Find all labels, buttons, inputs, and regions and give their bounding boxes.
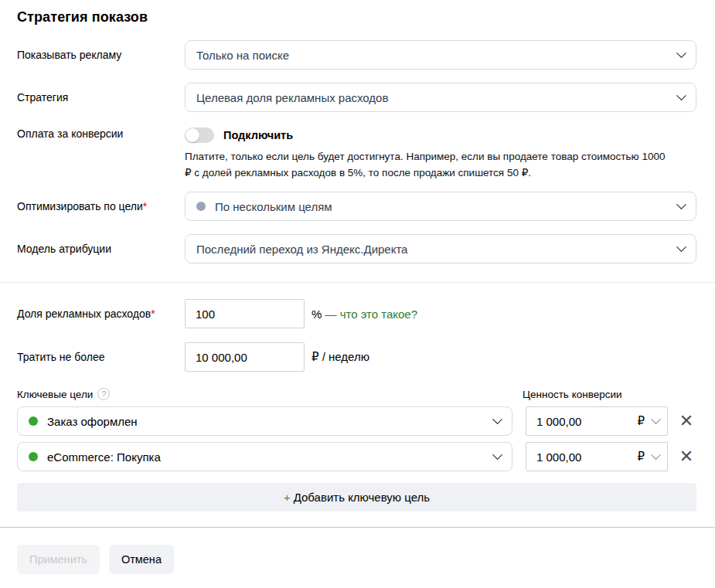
show-ads-label: Показывать рекламу [17,49,185,61]
key-goals-section: Ключевые цели ? Ценность конверсии Заказ… [0,388,715,512]
goal-status-dot-icon [29,416,38,426]
weekly-limit-label: Тратить не более [17,351,185,363]
pay-per-conversion-description: Платите, только если цель будет достигну… [185,148,670,181]
chevron-down-icon [492,450,502,460]
currency-label: ₽ [637,450,645,464]
multi-goal-dot-icon [196,202,206,211]
strategy-value: Целевая доля рекламных расходов [196,91,678,104]
optimize-goal-label: Оптимизировать по цели* [17,200,185,212]
strategy-select[interactable]: Целевая доля рекламных расходов [185,83,696,112]
help-question-icon[interactable]: ? [97,388,110,400]
toggle-label: Подключить [223,129,293,141]
show-ads-value: Только на поиске [196,49,678,62]
row-pay-per-conversion: Оплата за конверсии Подключить Платите, … [0,125,715,181]
required-asterisk: * [151,308,155,320]
page-title: Стратегия показов [0,0,715,25]
strategy-settings-panel: Стратегия показов Показывать рекламу Тол… [0,0,715,588]
remove-goal-button[interactable]: ✕ [676,447,696,467]
cost-share-label: Доля рекламных расходов* [17,308,185,320]
goal-name: eCommerce: Покупка [47,450,494,464]
row-attribution: Модель атрибуции Последний переход из Ян… [0,234,715,263]
chevron-down-icon [676,90,686,100]
row-optimize-goal: Оптимизировать по цели* По нескольким це… [0,192,715,221]
cancel-button[interactable]: Отмена [109,545,174,574]
cost-share-unit: % — что это такое? [312,308,417,321]
attribution-value: Последний переход из Яндекс.Директа [196,243,678,256]
chevron-down-icon [676,199,686,209]
goal-row: eCommerce: Покупка 1 000,00 ₽ ✕ [0,442,715,471]
strategy-label: Стратегия [17,91,185,104]
required-asterisk: * [143,200,147,212]
section-divider [0,282,715,283]
row-weekly-limit: Тратить не более ₽ / неделю [0,342,715,372]
goal-row: Заказ оформлен 1 000,00 ₽ ✕ [0,406,715,436]
pay-per-conversion-label: Оплата за конверсии [17,125,185,140]
conversion-value-field-2[interactable]: 1 000,00 ₽ [526,442,668,471]
toggle-knob [186,128,199,142]
chevron-down-icon [676,242,686,252]
row-strategy: Стратегия Целевая доля рекламных расходо… [0,83,715,112]
chevron-down-icon [676,48,686,58]
goal-select-2[interactable]: eCommerce: Покупка [17,442,512,471]
goal-status-dot-icon [29,452,38,461]
remove-goal-button[interactable]: ✕ [676,411,696,431]
conversion-value: 1 000,00 [536,450,637,464]
currency-label: ₽ [637,414,645,428]
show-ads-select[interactable]: Только на поиске [185,40,696,70]
weekly-limit-input[interactable] [185,342,305,372]
cost-share-input[interactable] [185,299,305,328]
pay-per-conversion-toggle[interactable] [185,127,214,143]
row-cost-share: Доля рекламных расходов* % — что это так… [0,299,715,328]
chevron-down-icon [651,450,661,460]
optimize-goal-value: По нескольким целям [215,200,678,213]
goal-select-1[interactable]: Заказ оформлен [17,406,512,436]
conversion-value-field-1[interactable]: 1 000,00 ₽ [526,406,668,436]
apply-button[interactable]: Применить [17,545,100,574]
key-goals-label: Ключевые цели ? [17,388,110,400]
footer-actions: Применить Отмена [0,528,715,574]
plus-icon: + [284,491,291,504]
attribution-select[interactable]: Последний переход из Яндекс.Директа [185,234,696,263]
what-is-it-link[interactable]: — что это такое? [325,308,418,321]
goal-name: Заказ оформлен [47,415,494,428]
attribution-label: Модель атрибуции [17,243,185,255]
weekly-limit-unit: ₽ / неделю [312,350,369,364]
conversion-value: 1 000,00 [536,415,637,428]
row-show-ads: Показывать рекламу Только на поиске [0,40,715,70]
chevron-down-icon [492,414,502,424]
conversion-value-header: Ценность конверсии [523,389,696,400]
add-key-goal-button[interactable]: +Добавить ключевую цель [17,483,696,512]
chevron-down-icon [651,414,661,424]
optimize-goal-select[interactable]: По нескольким целям [185,192,696,221]
